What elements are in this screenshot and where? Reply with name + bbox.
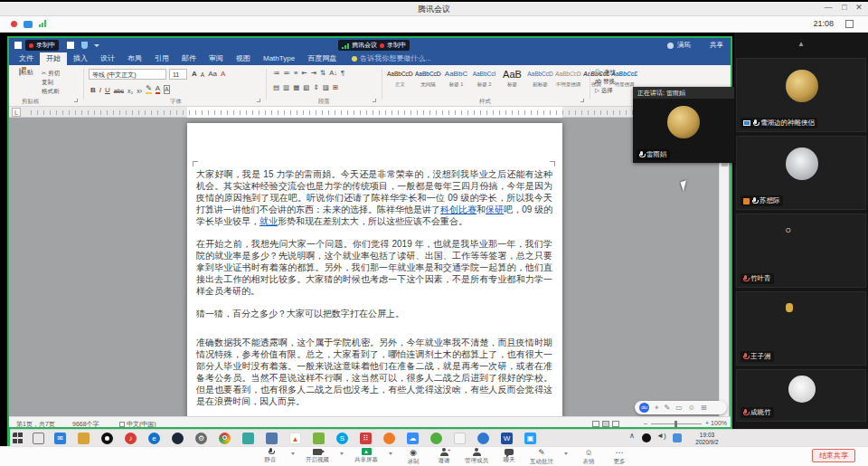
cut-button[interactable]: ✂ 剪切 — [42, 69, 60, 78]
start-button[interactable] — [13, 433, 24, 444]
style-heading1[interactable]: AaBbC标题 1 — [443, 67, 469, 96]
tab-file[interactable]: 文件 — [13, 52, 40, 65]
tell-me-search[interactable]: 告诉我你想要做什么... — [343, 52, 431, 65]
paragraph-buttons-row1[interactable]: ≔≕≡⇤⇥⇅A↓¶ — [273, 69, 344, 77]
close-button[interactable]: ✕ — [852, 3, 866, 12]
task-view-button[interactable] — [33, 433, 44, 444]
word-count[interactable]: 9668个字 — [72, 420, 99, 429]
participant-video-tile[interactable]: 成晓竹 — [736, 369, 866, 422]
word-app-icon[interactable]: W — [501, 433, 513, 444]
zoom-slider[interactable] — [651, 423, 702, 424]
zoom-knob[interactable] — [675, 421, 677, 427]
participant-video-tile[interactable]: 雪湖边的神雕侠侣 — [736, 58, 866, 132]
qq-app-icon[interactable] — [101, 433, 113, 444]
tray-expand-icon[interactable]: ∧ — [629, 432, 635, 440]
style-no-spacing[interactable]: AaBbCcDd无间隔 — [415, 67, 441, 96]
font-size-buttons[interactable]: AAAaA — [192, 70, 225, 78]
end-share-button[interactable]: 结束共享 — [812, 449, 855, 462]
emoji-button[interactable]: ☺表情 — [579, 448, 599, 466]
highlight-color-button[interactable]: ✎ — [146, 84, 152, 94]
tab-insert[interactable]: 插入 — [67, 52, 94, 65]
hyperlink[interactable]: 科创比赛 — [440, 204, 476, 214]
fullscreen-icon[interactable] — [845, 20, 854, 28]
tab-selector-icon[interactable]: L — [12, 108, 21, 117]
wegame-app-icon[interactable] — [430, 433, 442, 444]
annotation-caret-icon[interactable] — [564, 452, 568, 455]
steam-app-icon[interactable] — [172, 433, 184, 444]
underline-button[interactable]: U — [105, 86, 110, 94]
superscript-button[interactable]: x² — [137, 88, 142, 94]
app-icon-red-grid[interactable]: ⠿ — [360, 433, 372, 444]
record-button[interactable]: ◉录制 — [403, 448, 423, 466]
chat-button[interactable]: 聊天 — [499, 448, 519, 466]
styles-dialog-launcher[interactable] — [580, 99, 584, 102]
share-options-caret-icon[interactable] — [389, 452, 392, 455]
volume-icon[interactable]: ◄) — [656, 432, 666, 440]
tab-mailings[interactable]: 邮件 — [175, 52, 203, 65]
tab-references[interactable]: 引用 — [148, 52, 175, 65]
collapse-up-icon[interactable]: ▲ — [734, 40, 868, 48]
ime-settings-icon[interactable]: ⊞ — [701, 401, 707, 414]
font-name-combobox[interactable]: 等线 (中文正文) — [89, 69, 166, 80]
start-video-button[interactable]: 开启视频 — [306, 448, 329, 466]
app-icon-white[interactable] — [454, 433, 466, 444]
hyperlink[interactable]: 保研 — [486, 204, 504, 214]
paragraph-dialog-launcher[interactable] — [373, 99, 376, 102]
hyperlink[interactable]: 就业 — [259, 216, 278, 226]
save-icon[interactable] — [67, 42, 74, 49]
settings-gear-icon[interactable]: ⚙ — [195, 433, 207, 444]
meeting-share-pill[interactable]: 腾讯会议 录制中 — [338, 40, 410, 51]
language-indicator[interactable]: 中文(中国) — [119, 420, 156, 429]
file-explorer-icon[interactable] — [78, 433, 90, 444]
autodesk-app-icon[interactable]: ▲ — [289, 433, 301, 444]
zoom-control[interactable]: –+ — [644, 420, 709, 426]
strikethrough-button[interactable]: abc — [114, 88, 124, 94]
style-heading2[interactable]: AaBbCcI标题 2 — [471, 67, 497, 96]
active-speaker-overlay[interactable]: 正在讲话: 雷雨娟 雷雨娟 — [633, 87, 734, 163]
italic-button[interactable]: I — [99, 86, 101, 94]
tab-review[interactable]: 审阅 — [203, 52, 230, 65]
handwriting-icon[interactable]: ✎ — [665, 401, 671, 414]
tab-design[interactable]: 设计 — [94, 52, 121, 65]
mute-button[interactable]: 静音 — [260, 448, 280, 466]
manage-members-button[interactable]: 管理成员 — [465, 448, 488, 466]
tray-qq-icon[interactable] — [642, 433, 651, 442]
account-area[interactable]: 满筠 — [667, 41, 691, 50]
paragraph-buttons-row2[interactable]: ▤▥▦▧⇕▨⊞ — [273, 83, 338, 91]
style-normal[interactable]: AaBbCcDd正文 — [387, 67, 413, 96]
zoom-out-icon[interactable]: – — [644, 420, 647, 426]
tab-home[interactable]: 开始 — [40, 52, 67, 65]
annotation-button[interactable]: ✎互动批注 — [530, 448, 553, 466]
tab-layout[interactable]: 布局 — [121, 52, 148, 65]
app-icon-blue[interactable] — [266, 433, 278, 444]
participant-video-tile[interactable]: 王子洲 — [736, 291, 866, 366]
maximize-button[interactable]: □ — [837, 3, 852, 12]
character-border-button[interactable]: A — [164, 85, 169, 94]
clipboard-dialog-launcher[interactable] — [74, 99, 78, 102]
baidu-netdisk-icon[interactable]: ☁ — [407, 433, 419, 444]
font-format-buttons[interactable]: B I U abc x₂ x² ✎ A A — [90, 84, 170, 94]
style-title[interactable]: AaB标题 — [499, 67, 525, 96]
bold-button[interactable]: B — [90, 86, 96, 94]
app-icon-green[interactable] — [313, 433, 325, 444]
app-icon-teal[interactable] — [242, 433, 254, 444]
ime-toolbar[interactable]: du ⌖ ✎ ▭ ☺ ⊞ — [635, 401, 727, 414]
document-text[interactable]: 大家好啊，我是 15 力学的雷雨娟。今天还是非常荣幸的，没想到我毕业之后还能有这… — [196, 168, 552, 416]
share-screen-button[interactable]: ▲共享屏幕 — [354, 448, 378, 466]
page-indicator[interactable]: 第1页，共7页 — [16, 420, 55, 429]
view-mode-buttons[interactable] — [592, 420, 622, 427]
minimize-button[interactable]: — — [821, 3, 835, 12]
invite-button[interactable]: +邀请 — [434, 448, 454, 466]
font-size-combobox[interactable]: 11 — [169, 69, 187, 80]
more-button[interactable]: ⋯更多 — [609, 448, 629, 466]
cursor-tool-icon[interactable]: ⌖ — [655, 401, 659, 414]
tab-view[interactable]: 视图 — [230, 52, 257, 65]
tencent-meeting-app-icon[interactable]: ▣ — [524, 433, 536, 444]
skype-app-icon[interactable]: S — [336, 433, 348, 444]
video-options-caret-icon[interactable] — [340, 452, 344, 455]
user-icon[interactable]: ☺ — [688, 401, 695, 414]
quick-access-caret-icon[interactable] — [94, 44, 99, 47]
format-painter-button[interactable]: 格式刷 — [42, 87, 60, 96]
copy-button[interactable]: 复制 — [42, 78, 60, 87]
share-button[interactable]: 共享 — [710, 41, 723, 50]
